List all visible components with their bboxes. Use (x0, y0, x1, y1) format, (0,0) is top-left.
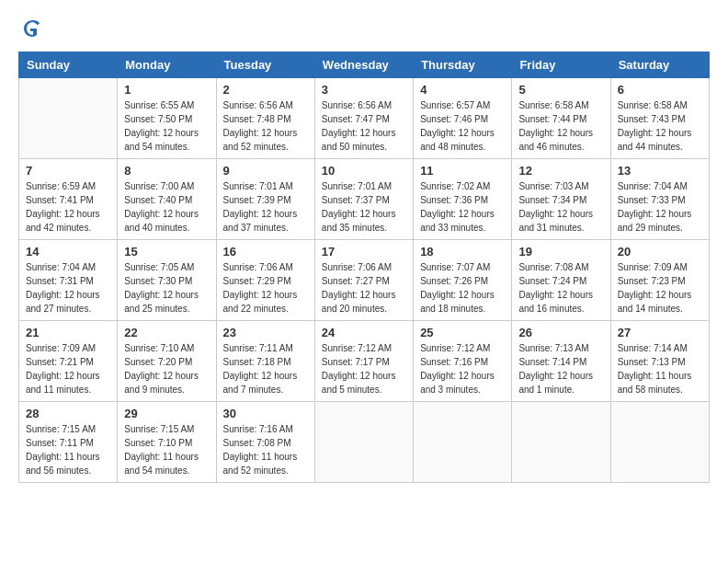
calendar-cell: 21Sunrise: 7:09 AM Sunset: 7:21 PM Dayli… (19, 321, 118, 402)
day-number: 28 (26, 407, 110, 420)
calendar-cell: 24Sunrise: 7:12 AM Sunset: 7:17 PM Dayli… (314, 321, 413, 402)
calendar-cell: 2Sunrise: 6:56 AM Sunset: 7:48 PM Daylig… (216, 78, 314, 159)
day-number: 14 (26, 245, 110, 259)
calendar-cell: 18Sunrise: 7:07 AM Sunset: 7:26 PM Dayli… (414, 240, 512, 321)
day-number: 10 (322, 164, 406, 178)
day-info: Sunrise: 7:13 AM Sunset: 7:14 PM Dayligh… (518, 341, 603, 396)
calendar-cell: 1Sunrise: 6:55 AM Sunset: 7:50 PM Daylig… (118, 78, 216, 159)
calendar-cell: 3Sunrise: 6:56 AM Sunset: 7:47 PM Daylig… (314, 78, 413, 159)
calendar-cell: 8Sunrise: 7:00 AM Sunset: 7:40 PM Daylig… (118, 159, 216, 240)
day-info: Sunrise: 7:09 AM Sunset: 7:23 PM Dayligh… (618, 260, 702, 316)
day-number: 4 (420, 83, 505, 97)
calendar-cell (512, 402, 610, 483)
calendar-cell: 14Sunrise: 7:04 AM Sunset: 7:31 PM Dayli… (19, 240, 118, 321)
day-info: Sunrise: 7:11 AM Sunset: 7:18 PM Dayligh… (223, 341, 308, 396)
calendar-cell (610, 402, 709, 483)
day-number: 11 (420, 164, 505, 178)
calendar-cell: 9Sunrise: 7:01 AM Sunset: 7:39 PM Daylig… (216, 159, 314, 240)
day-info: Sunrise: 7:15 AM Sunset: 7:10 PM Dayligh… (124, 422, 209, 477)
day-number: 17 (322, 245, 406, 259)
calendar-header: SundayMondayTuesdayWednesdayThursdayFrid… (19, 52, 710, 78)
calendar-cell: 19Sunrise: 7:08 AM Sunset: 7:24 PM Dayli… (512, 240, 610, 321)
calendar-cell: 28Sunrise: 7:15 AM Sunset: 7:11 PM Dayli… (19, 402, 118, 483)
day-number: 26 (518, 326, 603, 339)
day-info: Sunrise: 6:59 AM Sunset: 7:41 PM Dayligh… (26, 179, 110, 235)
day-info: Sunrise: 7:04 AM Sunset: 7:33 PM Dayligh… (618, 179, 702, 235)
calendar-week-3: 14Sunrise: 7:04 AM Sunset: 7:31 PM Dayli… (19, 240, 710, 321)
logo (18, 18, 46, 44)
calendar-cell: 22Sunrise: 7:10 AM Sunset: 7:20 PM Dayli… (118, 321, 216, 402)
day-header-tuesday: Tuesday (216, 52, 314, 78)
day-info: Sunrise: 6:57 AM Sunset: 7:46 PM Dayligh… (420, 98, 505, 154)
day-info: Sunrise: 6:56 AM Sunset: 7:48 PM Dayligh… (223, 98, 308, 154)
day-info: Sunrise: 7:10 AM Sunset: 7:20 PM Dayligh… (124, 341, 209, 396)
day-header-thursday: Thursday (414, 52, 512, 78)
day-info: Sunrise: 7:12 AM Sunset: 7:17 PM Dayligh… (322, 341, 406, 396)
day-number: 8 (124, 164, 209, 178)
day-info: Sunrise: 7:12 AM Sunset: 7:16 PM Dayligh… (420, 341, 505, 396)
day-number: 1 (124, 83, 209, 97)
calendar-cell: 15Sunrise: 7:05 AM Sunset: 7:30 PM Dayli… (118, 240, 216, 321)
day-number: 16 (223, 245, 308, 259)
day-info: Sunrise: 6:58 AM Sunset: 7:43 PM Dayligh… (618, 98, 702, 154)
calendar-cell: 13Sunrise: 7:04 AM Sunset: 7:33 PM Dayli… (610, 159, 709, 240)
calendar-cell: 7Sunrise: 6:59 AM Sunset: 7:41 PM Daylig… (19, 159, 118, 240)
day-number: 21 (26, 326, 110, 339)
calendar-cell: 20Sunrise: 7:09 AM Sunset: 7:23 PM Dayli… (610, 240, 709, 321)
day-header-wednesday: Wednesday (314, 52, 413, 78)
calendar-cell: 17Sunrise: 7:06 AM Sunset: 7:27 PM Dayli… (314, 240, 413, 321)
day-number: 22 (124, 326, 209, 339)
day-number: 24 (322, 326, 406, 339)
calendar-body: 1Sunrise: 6:55 AM Sunset: 7:50 PM Daylig… (19, 78, 710, 483)
day-info: Sunrise: 7:04 AM Sunset: 7:31 PM Dayligh… (26, 260, 110, 316)
calendar-cell: 5Sunrise: 6:58 AM Sunset: 7:44 PM Daylig… (512, 78, 610, 159)
calendar-cell (414, 402, 512, 483)
calendar-cell: 26Sunrise: 7:13 AM Sunset: 7:14 PM Dayli… (512, 321, 610, 402)
calendar-cell: 11Sunrise: 7:02 AM Sunset: 7:36 PM Dayli… (414, 159, 512, 240)
day-number: 6 (618, 83, 702, 97)
calendar-cell: 12Sunrise: 7:03 AM Sunset: 7:34 PM Dayli… (512, 159, 610, 240)
day-number: 13 (618, 164, 702, 178)
calendar-cell: 10Sunrise: 7:01 AM Sunset: 7:37 PM Dayli… (314, 159, 413, 240)
calendar-cell: 4Sunrise: 6:57 AM Sunset: 7:46 PM Daylig… (414, 78, 512, 159)
day-info: Sunrise: 6:58 AM Sunset: 7:44 PM Dayligh… (518, 98, 603, 154)
day-info: Sunrise: 7:05 AM Sunset: 7:30 PM Dayligh… (124, 260, 209, 316)
day-header-friday: Friday (512, 52, 610, 78)
day-header-monday: Monday (118, 52, 216, 78)
calendar-week-4: 21Sunrise: 7:09 AM Sunset: 7:21 PM Dayli… (19, 321, 710, 402)
day-info: Sunrise: 6:56 AM Sunset: 7:47 PM Dayligh… (322, 98, 406, 154)
day-number: 25 (420, 326, 505, 339)
calendar-cell: 6Sunrise: 6:58 AM Sunset: 7:43 PM Daylig… (610, 78, 709, 159)
calendar-cell: 30Sunrise: 7:16 AM Sunset: 7:08 PM Dayli… (216, 402, 314, 483)
calendar-cell: 16Sunrise: 7:06 AM Sunset: 7:29 PM Dayli… (216, 240, 314, 321)
calendar-cell: 29Sunrise: 7:15 AM Sunset: 7:10 PM Dayli… (118, 402, 216, 483)
day-info: Sunrise: 7:06 AM Sunset: 7:29 PM Dayligh… (223, 260, 308, 316)
day-number: 27 (618, 326, 702, 339)
day-number: 2 (223, 83, 308, 97)
day-info: Sunrise: 7:09 AM Sunset: 7:21 PM Dayligh… (26, 341, 110, 396)
day-info: Sunrise: 6:55 AM Sunset: 7:50 PM Dayligh… (124, 98, 209, 154)
calendar-table: SundayMondayTuesdayWednesdayThursdayFrid… (18, 52, 710, 483)
day-number: 15 (124, 245, 209, 259)
day-number: 29 (124, 407, 209, 420)
day-number: 18 (420, 245, 505, 259)
day-info: Sunrise: 7:06 AM Sunset: 7:27 PM Dayligh… (322, 260, 406, 316)
day-number: 30 (223, 407, 308, 420)
day-info: Sunrise: 7:03 AM Sunset: 7:34 PM Dayligh… (518, 179, 603, 235)
day-number: 20 (618, 245, 702, 259)
day-info: Sunrise: 7:14 AM Sunset: 7:13 PM Dayligh… (618, 341, 702, 396)
calendar-week-1: 1Sunrise: 6:55 AM Sunset: 7:50 PM Daylig… (19, 78, 710, 159)
day-header-saturday: Saturday (610, 52, 709, 78)
day-number: 23 (223, 326, 308, 339)
calendar-cell: 27Sunrise: 7:14 AM Sunset: 7:13 PM Dayli… (610, 321, 709, 402)
calendar-cell: 25Sunrise: 7:12 AM Sunset: 7:16 PM Dayli… (414, 321, 512, 402)
day-info: Sunrise: 7:01 AM Sunset: 7:37 PM Dayligh… (322, 179, 406, 235)
day-header-sunday: Sunday (19, 52, 118, 78)
day-number: 9 (223, 164, 308, 178)
day-number: 12 (518, 164, 603, 178)
calendar-cell: 23Sunrise: 7:11 AM Sunset: 7:18 PM Dayli… (216, 321, 314, 402)
day-info: Sunrise: 7:02 AM Sunset: 7:36 PM Dayligh… (420, 179, 505, 235)
day-number: 5 (518, 83, 603, 97)
day-number: 7 (26, 164, 110, 178)
calendar-week-5: 28Sunrise: 7:15 AM Sunset: 7:11 PM Dayli… (19, 402, 710, 483)
